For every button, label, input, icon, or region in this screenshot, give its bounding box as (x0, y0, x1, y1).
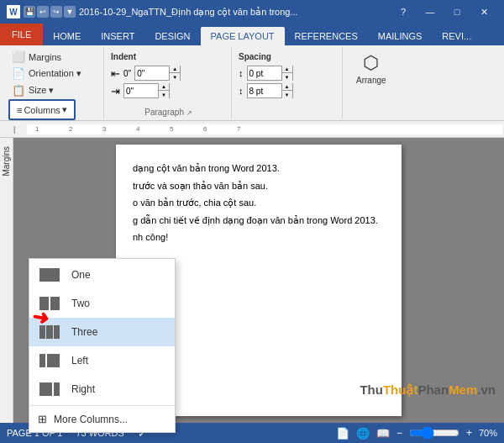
column-three-icon (38, 323, 61, 341)
more-actions-icon[interactable]: ▼ (64, 6, 76, 18)
spacing-before-field[interactable]: ▲ ▼ (247, 66, 293, 81)
orientation-button[interactable]: 📄 Orientation ▾ (8, 66, 85, 82)
column-one-icon (38, 266, 61, 284)
column-left-item[interactable]: Left (29, 346, 175, 375)
view-read-icon[interactable]: 📖 (376, 427, 390, 440)
spacing-before-spinners: ▲ ▼ (281, 66, 292, 81)
indent-left-row: ⇤ 0" ▲ ▼ (111, 66, 226, 81)
size-icon: 📋 (12, 84, 25, 97)
orientation-label: Orientation ▾ (29, 68, 81, 79)
dropdown-divider (29, 405, 175, 406)
tab-page-layout[interactable]: PAGE LAYOUT (201, 27, 285, 45)
ruler-mark-6: 6 (203, 125, 207, 133)
title-bar-actions: 💾 ↩ ↪ ▼ (24, 6, 76, 18)
column-three-item[interactable]: Three (29, 318, 175, 346)
columns-dropdown-arrow: ▾ (62, 104, 67, 115)
columns-label: Columns (24, 105, 60, 115)
ruler-inner: 1 2 3 4 5 6 7 (27, 124, 502, 134)
indent-left-input[interactable] (135, 66, 169, 80)
spacing-before-icon: ↕ (239, 68, 244, 78)
zoom-slider[interactable] (409, 429, 459, 437)
indent-right-field[interactable]: ▲ ▼ (123, 83, 170, 98)
tab-file[interactable]: FILE (0, 24, 43, 45)
tab-insert[interactable]: INSERT (91, 27, 144, 45)
spacing-before-up[interactable]: ▲ (282, 66, 292, 73)
tab-mailings[interactable]: MAILINGS (368, 27, 433, 45)
close-button[interactable]: ✕ (470, 0, 497, 24)
redo-icon[interactable]: ↪ (50, 6, 62, 18)
indent-header: Indent (111, 52, 226, 61)
page-setup-buttons: ⬜ Margins 📄 Orientation ▾ 📋 Size ▾ ≡ Col… (8, 49, 98, 120)
window-title: 2016-10-29_NgaTTN_Định dạng cột văn bản … (79, 7, 298, 18)
margin-label-area: Margins (0, 138, 13, 423)
column-two-item[interactable]: Two (29, 289, 175, 318)
ruler-left-marker: | (13, 125, 25, 134)
indent-right-down[interactable]: ▼ (159, 91, 169, 98)
arrange-group: ⬡ Arrange (344, 47, 398, 119)
spacing-header: Spacing (239, 52, 337, 61)
zoom-out-icon[interactable]: − (396, 427, 402, 439)
arrange-group-label (370, 106, 372, 117)
spacing-content: Spacing ↕ ▲ ▼ ↕ ▲ ▼ (239, 49, 337, 98)
orientation-icon: 📄 (12, 67, 25, 80)
spacing-after-down[interactable]: ▼ (282, 91, 292, 98)
title-bar-left: W 💾 ↩ ↪ ▼ 2016-10-29_NgaTTN_Định dạng cộ… (7, 5, 298, 18)
column-right-icon (38, 380, 61, 398)
indent-spacing-group: Indent ⇤ 0" ▲ ▼ ⇥ ▲ ▼ (106, 47, 232, 119)
zoom-in-icon[interactable]: + (466, 427, 472, 439)
view-print-icon[interactable]: 📄 (336, 427, 349, 440)
ruler-mark-2: 2 (69, 125, 72, 133)
tab-references[interactable]: REFERENCES (285, 27, 368, 45)
help-button[interactable]: ? (393, 0, 413, 24)
margins-button[interactable]: ⬜ Margins (8, 49, 65, 65)
columns-button[interactable]: ≡ Columns ▾ (8, 99, 76, 120)
maximize-button[interactable]: □ (444, 0, 470, 24)
indent-right-row: ⇥ ▲ ▼ (111, 83, 226, 98)
spacing-after-up[interactable]: ▲ (282, 83, 292, 91)
arrange-icon: ⬡ (363, 52, 379, 74)
more-columns-item[interactable]: ⊞ More Columns... (29, 408, 175, 430)
doc-line-4: g dẫn chi tiết về định dạng đoạn văn bản… (133, 214, 385, 228)
column-two-icon (38, 294, 61, 313)
tab-review[interactable]: REVI... (432, 27, 481, 45)
view-web-icon[interactable]: 🌐 (356, 427, 370, 440)
size-button[interactable]: 📋 Size ▾ (8, 82, 57, 98)
indent-right-spinners: ▲ ▼ (158, 83, 169, 98)
minimize-button[interactable]: — (417, 0, 444, 24)
margins-label: Margins (29, 52, 61, 62)
tab-design[interactable]: DESIGN (144, 27, 200, 45)
indent-right-icon: ⇥ (111, 85, 120, 98)
columns-dropdown-menu: One Two Three Left Right (29, 258, 176, 433)
spacing-after-input[interactable] (248, 84, 281, 98)
spacing-before-down[interactable]: ▼ (282, 73, 292, 81)
tab-home[interactable]: HOME (43, 27, 91, 45)
indent-right-up[interactable]: ▲ (159, 83, 169, 91)
spacing-before-row: ↕ ▲ ▼ (239, 66, 337, 81)
column-one-label: One (71, 269, 91, 281)
doc-line-1: dạng cột văn bản trong Word 2013. (133, 161, 385, 176)
margins-icon: ⬜ (12, 50, 25, 63)
indent-right-input[interactable] (124, 84, 158, 98)
column-left-label: Left (71, 355, 88, 367)
undo-icon[interactable]: ↩ (37, 6, 49, 18)
paragraph-label2 (286, 106, 289, 117)
indent-left-up[interactable]: ▲ (170, 66, 180, 73)
doc-line-2: trước và soạn thảo văn bản sau. (133, 179, 385, 193)
paragraph-label: Paragraph ↗ (144, 106, 192, 117)
arrange-button[interactable]: ⬡ Arrange (349, 49, 393, 88)
column-two-label: Two (71, 298, 90, 309)
spacing-after-field[interactable]: ▲ ▼ (247, 83, 293, 98)
size-label: Size ▾ (29, 85, 54, 96)
indent-left-field[interactable]: ▲ ▼ (134, 66, 181, 81)
column-one-item[interactable]: One (29, 261, 175, 289)
column-right-item[interactable]: Right (29, 375, 175, 403)
zoom-level: 70% (479, 428, 497, 438)
ruler-mark-5: 5 (170, 125, 173, 133)
arrange-label: Arrange (356, 76, 386, 85)
ruler: | 1 2 3 4 5 6 7 (0, 121, 504, 138)
indent-left-down[interactable]: ▼ (170, 73, 180, 81)
spacing-before-input[interactable] (248, 66, 281, 80)
ruler-mark-4: 4 (136, 125, 139, 133)
save-icon[interactable]: 💾 (24, 6, 35, 18)
more-columns-icon: ⊞ (38, 413, 47, 425)
